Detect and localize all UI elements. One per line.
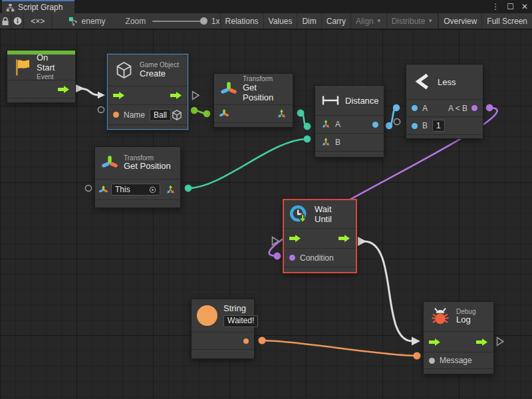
flag-icon (14, 59, 31, 76)
string-icon (197, 305, 217, 326)
target-value: This (115, 185, 130, 194)
less-than-icon (413, 72, 432, 92)
chevron-down-icon: ▼ (428, 18, 433, 24)
lock-button[interactable] (0, 13, 11, 29)
node-footer (315, 151, 384, 157)
b-value-field[interactable]: 1 (432, 120, 445, 132)
bool-output-port[interactable] (471, 105, 477, 111)
relations-button[interactable]: Relations (221, 13, 264, 29)
cube-icon (114, 61, 134, 80)
flow-output-port[interactable] (170, 92, 182, 99)
distribute-dropdown[interactable]: Distribute ▼ (387, 13, 439, 29)
port-a-label: A (422, 104, 428, 113)
chevron-down-icon: ▼ (376, 18, 382, 24)
node-title: Get Position (124, 162, 171, 172)
input-b-port[interactable] (412, 123, 418, 129)
node-title: Get Position (243, 83, 286, 103)
flow-input-port[interactable] (429, 338, 441, 346)
script-graph-window: Script Graph ⋮ ☐ ✕ <×> enemy Zoom (0, 0, 532, 399)
node-title: String (223, 304, 258, 314)
node-get-position-self[interactable]: Transform Get Position This (94, 146, 181, 208)
node-wait-until[interactable]: Wait Until Condition (283, 199, 357, 273)
node-on-start-event[interactable]: On Start Event (7, 50, 76, 103)
flow-output-port[interactable] (58, 86, 70, 93)
graph-toolbar: <×> enemy Zoom 1x Relations Values Dim C… (0, 13, 532, 29)
flow-input-port[interactable] (289, 235, 301, 242)
zoom-slider-handle[interactable] (200, 17, 207, 25)
transform-input-port[interactable] (219, 109, 229, 118)
name-input-port[interactable] (113, 112, 119, 118)
window-close-icon[interactable]: ✕ (521, 0, 528, 13)
gameobject-output-port[interactable] (171, 109, 183, 121)
object-picker-icon[interactable] (149, 186, 156, 194)
wait-timer-icon (289, 203, 310, 225)
distance-icon (322, 95, 339, 106)
vector3-input-port[interactable] (321, 119, 331, 130)
inspect-button[interactable] (11, 13, 24, 29)
node-distance[interactable]: Distance A B (315, 85, 384, 158)
vector3-input-port[interactable] (321, 137, 331, 148)
name-value-field[interactable]: Ball (150, 109, 171, 121)
node-title: Less (438, 77, 456, 87)
distribute-label: Distribute (392, 17, 426, 26)
message-input-port[interactable] (429, 358, 435, 364)
node-title: On Start (37, 53, 68, 73)
title-bar: Script Graph ⋮ ☐ ✕ (0, 0, 532, 14)
vector3-output-port[interactable] (165, 184, 176, 196)
string-output-port[interactable] (243, 338, 249, 344)
node-get-position-enemy[interactable]: Transform Get Position (213, 73, 293, 128)
info-icon (13, 17, 22, 25)
flow-input-port[interactable] (113, 92, 125, 99)
port-b-label: B (335, 138, 340, 147)
transform-icon (221, 81, 237, 97)
flow-output-port[interactable] (338, 235, 350, 242)
window-menu-icon[interactable]: ⋮ (491, 0, 499, 13)
port-a-label: A (335, 120, 340, 129)
window-maximize-icon[interactable]: ☐ (507, 0, 514, 13)
node-title: Distance (345, 96, 379, 106)
flow-output-port[interactable] (476, 338, 488, 346)
node-footer (214, 122, 293, 128)
node-title: Wait Until (315, 204, 351, 224)
comparison-label: A < B (448, 104, 467, 113)
node-footer (406, 134, 483, 140)
overview-button[interactable]: Overview (439, 13, 482, 29)
full-screen-button[interactable]: Full Screen (482, 13, 532, 29)
vector3-output-port[interactable] (276, 108, 287, 120)
node-string-literal[interactable]: String Waited! (191, 299, 255, 359)
node-debug-log[interactable]: Debug Log Message (423, 301, 494, 374)
node-create-game-object[interactable]: Game Object Create Name Ball (107, 54, 188, 130)
tab-title: Script Graph (18, 3, 63, 12)
values-button[interactable]: Values (264, 13, 298, 29)
transform-input-port[interactable] (99, 186, 108, 194)
carry-button[interactable]: Carry (322, 13, 351, 29)
bug-icon (430, 307, 450, 327)
align-dropdown[interactable]: Align ▼ (351, 13, 387, 29)
transform-icon (102, 155, 118, 171)
string-value-field[interactable]: Waited! (223, 315, 258, 327)
dim-button[interactable]: Dim (297, 13, 321, 29)
node-less[interactable]: Less A A < B B 1 (406, 64, 483, 139)
node-footer (192, 349, 254, 358)
code-preview-label: <×> (31, 17, 45, 26)
condition-input-port[interactable] (289, 255, 295, 261)
node-footer (108, 124, 188, 130)
target-value-field[interactable]: This (111, 184, 160, 196)
lock-icon (1, 17, 9, 26)
node-title: Create (140, 69, 179, 79)
tab-script-graph[interactable]: Script Graph (2, 0, 74, 13)
graph-pointer-icon (68, 17, 78, 26)
node-footer (424, 368, 493, 374)
code-preview-button[interactable]: <×> (24, 13, 52, 29)
condition-port-label: Condition (300, 253, 334, 263)
node-footer (7, 98, 75, 103)
zoom-label: Zoom (126, 17, 146, 26)
align-label: Align (356, 17, 374, 26)
float-output-port[interactable] (372, 122, 378, 128)
message-port-label: Message (440, 356, 472, 365)
zoom-slider[interactable] (152, 21, 205, 22)
input-a-port[interactable] (412, 105, 418, 111)
graph-name-label: enemy (82, 17, 106, 26)
zoom-value: 1x (211, 17, 220, 26)
script-graph-icon (6, 3, 15, 12)
